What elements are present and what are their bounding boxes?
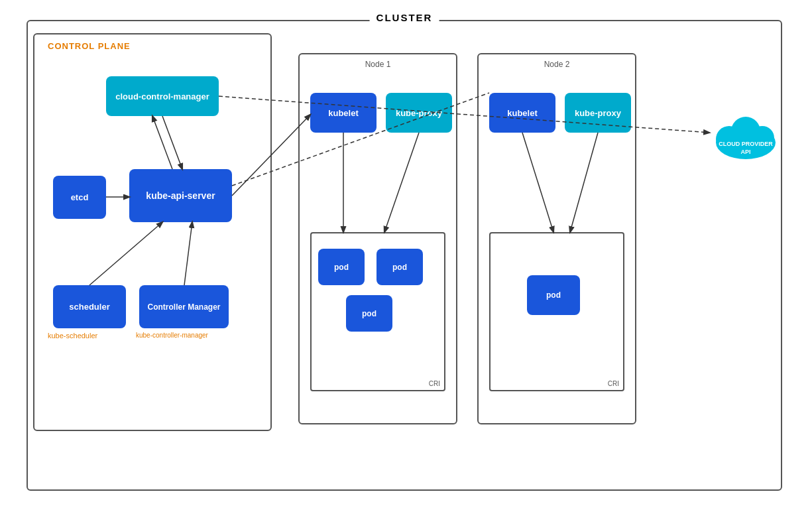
kube-api-server: kube-api-server <box>129 169 232 222</box>
cloud-provider-api: CLOUD PROVIDER API <box>709 106 782 165</box>
node1-pod1: pod <box>318 249 365 285</box>
controller-manager-sub-label: kube-controller-manager <box>136 332 208 339</box>
node2-pod1: pod <box>527 275 580 315</box>
node1-pod2: pod <box>377 249 423 285</box>
node1-label: Node 1 <box>365 60 391 69</box>
cloud-control-manager: cloud-control-manager <box>106 76 219 116</box>
svg-text:CLOUD PROVIDER: CLOUD PROVIDER <box>719 141 773 147</box>
diagram: CLUSTER CONTROL PLANE Node 1 Node 2 CRI … <box>0 0 812 512</box>
node2-label: Node 2 <box>544 60 570 69</box>
node2-kube-proxy: kube-proxy <box>565 93 631 133</box>
node2-cri-label: CRI <box>608 380 619 387</box>
node1-cri-label: CRI <box>429 380 440 387</box>
scheduler: scheduler <box>53 285 126 328</box>
node1-kubelet: kubelet <box>310 93 377 133</box>
etcd: etcd <box>53 176 106 219</box>
controller-manager: Controller Manager <box>139 285 229 328</box>
scheduler-sub-label: kube-scheduler <box>48 332 97 340</box>
node2-kubelet: kubelet <box>489 93 555 133</box>
node1-pod3: pod <box>346 295 392 332</box>
node1-kube-proxy: kube-proxy <box>386 93 452 133</box>
control-plane-label: CONTROL PLANE <box>48 41 131 51</box>
cluster-label: CLUSTER <box>370 12 439 23</box>
svg-text:API: API <box>740 149 750 155</box>
